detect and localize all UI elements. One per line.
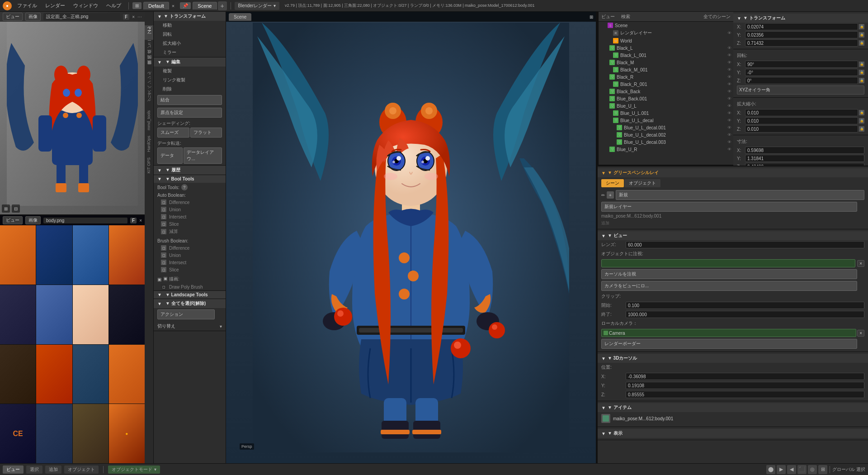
view-btn-bottom[interactable]: ビュー [3, 216, 23, 224]
menu-help[interactable]: ヘルプ [103, 1, 125, 10]
outliner-blue-ul-decal-001[interactable]: ▽ Blue_U_L_decal.001 👁 [599, 124, 733, 131]
outliner-black-l[interactable]: ▽ Black_L 👁 [599, 44, 733, 52]
outliner-blue-back[interactable]: ▽ Blue_Back.001 👁 [599, 95, 733, 102]
outliner-blue-ul-decal[interactable]: ▽ Blue_U_L_decal 👁 [599, 117, 733, 124]
rot-mode-dropdown[interactable]: XYZオイラー角 [737, 86, 864, 95]
brush-union-label[interactable]: Union [169, 253, 181, 258]
lens-input[interactable] [626, 241, 864, 248]
bool-tools-header[interactable]: ▼ ▼ Bool Tools [154, 175, 226, 183]
viewport-icon-4[interactable]: ⬛ [797, 465, 807, 474]
outliner-blue-ul-decal-002[interactable]: ▽ Blue_U_L_decal.002 👁 [599, 131, 733, 138]
scale-x-lock[interactable]: 🔒 [859, 110, 864, 115]
outliner-blue-ul-decal-003[interactable]: ▽ Blue_U_L_decal.003 👁 [599, 138, 733, 146]
scene-tab-btn[interactable]: シーン [601, 179, 624, 187]
rot-y-lock[interactable]: 🔒 [859, 70, 864, 75]
select-all-header[interactable]: ▼ ▼ 全てを選択(解除) [154, 299, 226, 308]
object-tab-btn[interactable]: オブジェクト [624, 179, 660, 187]
outliner-scene[interactable]: S Scene [599, 22, 733, 29]
tab-scene[interactable]: Scene [193, 2, 217, 10]
eye-br001[interactable]: 👁 [727, 82, 731, 86]
image-btn[interactable]: 画像 [25, 13, 41, 21]
tab-add[interactable]: + [218, 1, 227, 10]
image-btn-bottom[interactable]: 画像 [25, 216, 41, 224]
outliner-blue-ur[interactable]: ▽ Blue_U_R 👁 [599, 146, 733, 153]
view-icon[interactable]: ⊟ [12, 204, 20, 213]
delete-item[interactable]: 削除 [154, 85, 226, 94]
loc-z-input[interactable] [745, 39, 858, 47]
viewport-icon-3[interactable]: ◀ [787, 465, 796, 474]
new-layer-button[interactable]: 新規レイヤー [601, 202, 857, 212]
brush-diff-label[interactable]: Difference [169, 246, 189, 251]
rot-z-input[interactable] [745, 77, 858, 84]
outliner-blue-ul-001[interactable]: ▽ Blue_U_L.001 👁 [599, 109, 733, 117]
bottom-object-tab[interactable]: オブジェクト [64, 466, 99, 474]
grease-pencil-icon[interactable]: ✏ [601, 193, 605, 198]
rotate-item[interactable]: 回転 [154, 30, 226, 39]
outliner-black-m[interactable]: ▽ Black_M 👁 [599, 59, 733, 66]
eye-bul[interactable]: 👁 [727, 104, 731, 108]
side-tab-physics[interactable]: 物理演算 [145, 65, 153, 71]
eye-br[interactable]: 👁 [727, 75, 731, 79]
rot-z-lock[interactable]: 🔒 [859, 78, 864, 83]
outliner-blue-ul[interactable]: ▽ Blue_U_L 👁 [599, 102, 733, 109]
eye-buld003[interactable]: 👁 [727, 140, 731, 144]
auto-subtract-label[interactable]: 減算 [169, 228, 178, 235]
loc-y-input[interactable] [745, 31, 858, 38]
move-item[interactable]: 移動 [154, 21, 226, 30]
landscape-header[interactable]: ▼ ▼ Landscape Tools [154, 291, 226, 299]
transform-header[interactable]: ▼ ▼ トランスフォーム [154, 12, 226, 21]
cursor-note-button[interactable]: カーソルを注視 [601, 269, 857, 279]
outliner-black-back[interactable]: ▽ Black_Back 👁 [599, 88, 733, 95]
outliner-render-layer[interactable]: R レンダレイヤー 👁 [599, 29, 733, 37]
viewport-icon-5[interactable]: ◎ [808, 465, 817, 474]
bottom-close[interactable]: × [139, 218, 142, 223]
side-tab-view[interactable]: ビュー [145, 40, 153, 54]
viewport-top-settings[interactable]: ⋯ [137, 14, 142, 19]
viewport-icon-6[interactable]: ⊞ [818, 465, 827, 474]
tab-pin[interactable]: 📌 [180, 2, 191, 9]
menu-render[interactable]: レンダー [42, 1, 69, 10]
camera-dropdown-display[interactable]: Camera [601, 329, 856, 337]
cursor-x-input[interactable] [626, 373, 864, 380]
side-tab-kitops[interactable]: KIT OPS [145, 155, 153, 176]
auto-union-label[interactable]: Union [169, 207, 181, 212]
focus-obj-clear[interactable]: × [857, 260, 864, 267]
eye-buld002[interactable]: 👁 [727, 133, 731, 137]
rot-x-input[interactable] [745, 61, 858, 68]
tab-close[interactable]: × [170, 2, 176, 10]
scale-z-input[interactable] [745, 125, 858, 133]
eye-bm001[interactable]: 👁 [727, 67, 731, 72]
side-tab-hardops[interactable]: HardOps [145, 133, 153, 155]
side-tab-tools[interactable]: ツール [145, 25, 153, 40]
new-button[interactable]: 新規 [616, 190, 864, 200]
join-button[interactable]: 結合 [157, 95, 222, 105]
eye-bb[interactable]: 👁 [727, 89, 731, 94]
loc-y-lock[interactable]: 🔒 [859, 32, 864, 38]
render-engine-dropdown[interactable]: Blenderレンダー ▾ [235, 2, 279, 10]
display-title[interactable]: ▼ ▼ 表示 [598, 429, 868, 438]
eye-bm[interactable]: 👁 [727, 60, 731, 65]
bool-help-icon[interactable]: ? [181, 184, 188, 190]
auto-slice-label[interactable]: Slice [169, 222, 179, 227]
viewport-icon-2[interactable]: ▶ [777, 465, 786, 474]
eye-buld001[interactable]: 👁 [727, 125, 731, 130]
object-mode-dropdown[interactable]: オブジェクトモード ▾ [108, 466, 160, 474]
scale-y-lock[interactable]: 🔒 [859, 118, 864, 124]
bottom-select-tab[interactable]: 選択 [26, 466, 42, 474]
side-tab-mmd[interactable]: mmd_tools [145, 108, 153, 133]
edit-header[interactable]: ▼ ▼ 編集 [154, 57, 226, 66]
dim-x-input[interactable] [745, 147, 864, 154]
history-header[interactable]: ▼ ▼ 履歴 [154, 166, 226, 175]
scale-y-input[interactable] [745, 117, 858, 124]
bottom-view-tab[interactable]: ビュー [3, 466, 24, 474]
brush-slice-label[interactable]: Slice [169, 267, 179, 272]
switch-arrow[interactable]: ▾ [220, 324, 222, 329]
scale-x-input[interactable] [745, 109, 858, 116]
loc-z-lock[interactable]: 🔒 [859, 40, 864, 46]
eye-bl001[interactable]: 👁 [727, 53, 731, 57]
flat-button[interactable]: フラット [190, 128, 222, 138]
smooth-button[interactable]: スムーズ [157, 128, 189, 138]
scene-tab[interactable]: Scene [229, 13, 251, 21]
eye-buld[interactable]: 👁 [727, 118, 731, 123]
rot-y-input[interactable] [745, 69, 858, 76]
